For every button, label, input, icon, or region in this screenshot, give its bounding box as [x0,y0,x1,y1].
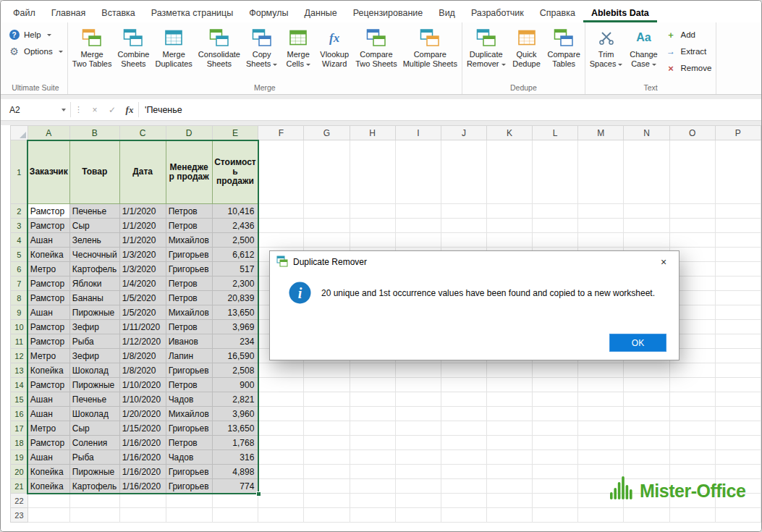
cell-I18[interactable] [395,436,441,450]
row-header-19[interactable]: 19 [11,450,28,465]
ribbon-button-copy-sheets[interactable]: CopySheets [243,23,280,83]
cell-A20[interactable]: Копейка [27,465,69,479]
row-header-9[interactable]: 9 [11,305,28,320]
cell-M17[interactable] [578,421,624,436]
cell-A5[interactable]: Копейка [27,248,69,262]
cell-I19[interactable] [395,450,441,465]
cell-E18[interactable]: 1,768 [212,436,258,450]
cell-P3[interactable] [715,219,761,233]
cell-L17[interactable] [533,421,578,436]
row-header-14[interactable]: 14 [11,378,28,392]
ribbon-button-combine-sheets[interactable]: CombineSheets [114,23,152,83]
select-all-corner[interactable] [11,126,28,140]
cell-G14[interactable] [304,378,350,392]
cell-B6[interactable]: Картофель [69,262,119,276]
cell-B18[interactable]: Соления [69,436,119,450]
cell-L19[interactable] [533,450,578,465]
cell-O4[interactable] [669,233,715,248]
cell-J22[interactable] [441,494,486,508]
cell-D10[interactable]: Петров [166,320,212,334]
cell-A4[interactable]: Ашан [27,233,69,248]
cell-L3[interactable] [533,219,578,233]
cell-C20[interactable]: 1/16/2020 [119,465,166,479]
ribbon-button-options[interactable]: ⚙Options [8,45,63,58]
cell-E4[interactable]: 2,500 [212,233,258,248]
cell-E1[interactable]: Стоимость продажи [212,140,258,204]
row-header-13[interactable]: 13 [11,363,28,378]
cell-C3[interactable]: 1/1/2020 [119,219,166,233]
cell-D19[interactable]: Чадов [166,450,212,465]
cell-D21[interactable]: Григорьев [166,479,212,494]
enter-icon[interactable]: ✓ [103,105,121,115]
cell-A2[interactable]: Рамстор [27,204,69,219]
cell-I20[interactable] [395,465,441,479]
cell-F19[interactable] [258,450,304,465]
cell-C8[interactable]: 1/5/2020 [119,291,166,305]
cell-O17[interactable] [669,421,715,436]
cell-L15[interactable] [533,392,578,407]
cell-B16[interactable]: Шоколад [69,407,119,421]
row-header-22[interactable]: 22 [11,494,28,508]
cell-K16[interactable] [486,407,532,421]
cell-H13[interactable] [350,363,395,378]
cell-G16[interactable] [304,407,350,421]
cell-B17[interactable]: Сыр [69,421,119,436]
cell-O14[interactable] [669,378,715,392]
ribbon-button-change-case[interactable]: AaChangeCase [625,23,661,83]
cell-P13[interactable] [715,363,761,378]
cell-P11[interactable] [715,334,761,349]
cell-K3[interactable] [486,219,532,233]
cell-F3[interactable] [258,219,304,233]
column-header-C[interactable]: C [119,126,166,140]
cell-M15[interactable] [578,392,624,407]
cell-H18[interactable] [350,436,395,450]
cell-E3[interactable]: 2,436 [212,219,258,233]
cell-H15[interactable] [350,392,395,407]
cell-A7[interactable]: Рамстор [27,276,69,291]
ribbon-button-trim-spaces[interactable]: TrimSpaces [587,23,626,83]
cell-M14[interactable] [578,378,624,392]
cell-F16[interactable] [258,407,304,421]
cell-F20[interactable] [258,465,304,479]
cell-K23[interactable] [486,508,532,523]
cell-J18[interactable] [441,436,486,450]
cell-E5[interactable]: 6,612 [212,248,258,262]
cell-D7[interactable]: Петров [166,276,212,291]
cell-F13[interactable] [258,363,304,378]
column-header-A[interactable]: A [27,126,69,140]
cell-L20[interactable] [533,465,578,479]
cell-B8[interactable]: Бананы [69,291,119,305]
cell-H20[interactable] [350,465,395,479]
cell-P18[interactable] [715,436,761,450]
cell-G17[interactable] [304,421,350,436]
cell-F1[interactable] [258,140,304,204]
ribbon-button-extract[interactable]: →Extract [664,45,711,58]
cell-C9[interactable]: 1/5/2020 [119,305,166,320]
ribbon-button-compare-tables[interactable]: CompareTables [545,23,583,83]
row-header-17[interactable]: 17 [11,421,28,436]
cell-B11[interactable]: Рыба [69,334,119,349]
ribbon-button-help[interactable]: ?Help [8,28,63,41]
cell-C1[interactable]: Дата [119,140,166,204]
cell-E7[interactable]: 2,300 [212,276,258,291]
cell-J1[interactable] [441,140,486,204]
tab-формулы[interactable]: Формулы [241,5,296,22]
cell-N15[interactable] [624,392,669,407]
cell-D17[interactable]: Григорьев [166,421,212,436]
cell-G1[interactable] [304,140,350,204]
cell-K21[interactable] [486,479,532,494]
cell-D16[interactable]: Михайлов [166,407,212,421]
cell-I13[interactable] [395,363,441,378]
cell-H16[interactable] [350,407,395,421]
ribbon-button-consolidate-sheets[interactable]: ConsolidateSheets [195,23,243,83]
cell-L1[interactable] [533,140,578,204]
cell-O3[interactable] [669,219,715,233]
cell-E20[interactable]: 4,898 [212,465,258,479]
cell-H17[interactable] [350,421,395,436]
row-header-3[interactable]: 3 [11,219,28,233]
cell-P6[interactable] [715,262,761,276]
cell-J3[interactable] [441,219,486,233]
ribbon-button-merge-cells[interactable]: MergeCells [280,23,316,83]
cell-D9[interactable]: Михайлов [166,305,212,320]
cell-F4[interactable] [258,233,304,248]
